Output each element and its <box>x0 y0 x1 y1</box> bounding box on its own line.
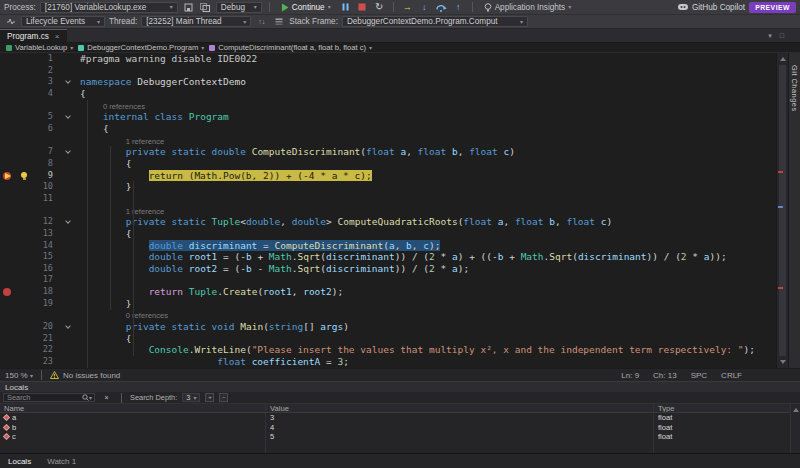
code-text[interactable]: #pragma warning disable IDE0022 <box>80 53 776 65</box>
breakpoint-margin[interactable] <box>0 111 16 123</box>
code-text[interactable]: return (Math.Pow(b, 2)) + (-4 * a * c); <box>80 170 776 182</box>
continue-button[interactable]: Continue ▾ <box>277 1 335 14</box>
breakpoint-margin[interactable] <box>0 251 16 263</box>
breakpoint-margin[interactable] <box>0 356 16 368</box>
code-text[interactable]: private static void Main(string[] args) <box>80 321 776 333</box>
clear-search-icon[interactable]: × <box>100 393 113 402</box>
code-text[interactable]: double root2 = (-b - Math.Sqrt(discrimin… <box>80 263 776 275</box>
save-all-icon[interactable] <box>199 1 212 14</box>
application-insights-button[interactable]: Application Insights ▾ <box>480 1 576 14</box>
scroll-down-icon[interactable] <box>780 360 786 364</box>
codelens-text[interactable]: 0 references <box>80 100 776 112</box>
close-tab-icon[interactable]: × <box>55 32 60 41</box>
code-text[interactable]: double discriminant = ComputeDiscriminan… <box>80 240 776 252</box>
lightbulb-icon[interactable] <box>21 172 27 178</box>
line-indicator[interactable]: Ln: 9 <box>621 371 639 380</box>
stack-frame-dropdown[interactable]: DebuggerContextDemo.Program.Comput ▾ <box>342 16 528 27</box>
code-text[interactable] <box>80 65 776 77</box>
issues-indicator[interactable]: No issues found <box>50 371 120 380</box>
expand-all-icon[interactable]: + <box>205 393 214 402</box>
tab-locals[interactable]: Locals <box>8 457 31 466</box>
previous-thread-icon[interactable]: ↑↓ <box>255 15 268 28</box>
step-into-button[interactable]: ↓ <box>418 1 431 14</box>
code-text[interactable]: { <box>80 123 776 135</box>
github-copilot-button[interactable]: GitHub Copilot <box>678 3 745 12</box>
zoom-control[interactable]: 150 % ▾ <box>5 371 33 380</box>
breadcrumb-member[interactable]: ComputeDiscriminant(float a, float b, fl… <box>209 43 372 52</box>
locals-value-cell[interactable]: 5 <box>266 432 654 442</box>
code-text[interactable]: double root1 = (-b + Math.Sqrt(discrimin… <box>80 251 776 263</box>
tab-program-cs[interactable]: Program.cs × <box>0 29 67 42</box>
breakpoint-margin[interactable] <box>0 216 16 228</box>
window-layout-icon[interactable]: □ <box>780 32 784 39</box>
breakpoint-margin[interactable] <box>0 146 16 158</box>
code-text[interactable]: { <box>80 228 776 240</box>
locals-value-cell[interactable]: 4 <box>266 423 654 433</box>
collapse-chevron-icon[interactable] <box>60 111 80 123</box>
codelens-text[interactable]: 1 reference <box>80 205 776 217</box>
breakpoint-margin[interactable] <box>0 158 16 170</box>
breakpoint-margin[interactable] <box>0 344 16 356</box>
process-dropdown[interactable]: [21760] VariableLookup.exe ▾ <box>40 2 178 13</box>
collapse-chevron-icon[interactable] <box>60 146 80 158</box>
breakpoint-margin[interactable] <box>0 333 16 345</box>
locals-name-cell[interactable]: b <box>0 423 266 433</box>
locals-row[interactable]: a3float <box>0 413 790 423</box>
locals-row[interactable]: b4float <box>0 423 790 433</box>
code-text[interactable]: { <box>80 333 776 345</box>
code-text[interactable]: internal class Program <box>80 111 776 123</box>
breakpoint-margin[interactable] <box>0 228 16 240</box>
code-text[interactable]: { <box>80 88 776 100</box>
breakpoint-margin[interactable] <box>0 298 16 310</box>
editor-vertical-scrollbar[interactable] <box>776 53 788 368</box>
scrollbar-thumb[interactable] <box>779 65 786 356</box>
codelens-references[interactable]: 1 reference <box>80 207 164 216</box>
search-input[interactable] <box>4 393 82 402</box>
column-header-type[interactable]: Type <box>654 404 790 412</box>
breakpoint-margin[interactable] <box>0 76 16 88</box>
breakpoint-margin[interactable] <box>0 123 16 135</box>
code-text[interactable]: float coefficientA = 3; <box>80 356 776 368</box>
breakpoint-icon[interactable] <box>3 288 11 296</box>
breadcrumb-project[interactable]: VariableLookup ▾ <box>6 43 73 52</box>
breakpoint-margin[interactable] <box>0 263 16 275</box>
code-text[interactable] <box>80 193 776 205</box>
code-text[interactable]: Console.WriteLine("Please insert the val… <box>80 344 776 356</box>
step-over-button[interactable] <box>435 1 448 14</box>
breakpoint-margin[interactable] <box>0 193 16 205</box>
scroll-up-icon[interactable] <box>793 408 799 412</box>
collapse-chevron-icon[interactable] <box>60 321 80 333</box>
locals-value-cell[interactable]: 3 <box>266 413 654 423</box>
breakpoint-margin[interactable] <box>0 88 16 100</box>
preview-badge[interactable]: PREVIEW <box>749 2 796 13</box>
collapse-all-icon[interactable]: − <box>219 393 228 402</box>
breakpoint-margin[interactable] <box>0 181 16 193</box>
codelens-references[interactable]: 0 references <box>80 102 145 111</box>
show-next-statement-button[interactable]: → <box>401 1 414 14</box>
tab-list-chevron-icon[interactable]: ▾ <box>768 32 772 40</box>
breakpoint-margin[interactable] <box>0 309 16 321</box>
breadcrumb-type[interactable]: DebuggerContextDemo.Program ▾ <box>78 43 204 52</box>
code-text[interactable]: return Tuple.Create(root1, root2); <box>80 286 776 298</box>
codelens-text[interactable]: 1 reference <box>80 135 776 147</box>
breakpoint-margin[interactable] <box>0 286 16 298</box>
thread-dropdown[interactable]: [23252] Main Thread ▾ <box>141 16 251 27</box>
scroll-up-icon[interactable] <box>780 57 786 61</box>
breakpoint-margin[interactable] <box>0 205 16 217</box>
breakpoint-margin[interactable] <box>0 321 16 333</box>
save-icon[interactable] <box>182 1 195 14</box>
step-out-button[interactable]: ↑ <box>452 1 465 14</box>
tab-watch-1[interactable]: Watch 1 <box>47 457 76 466</box>
line-ending-indicator[interactable]: CRLF <box>721 371 742 380</box>
code-text[interactable]: namespace DebuggerContextDemo <box>80 76 776 88</box>
locals-name-cell[interactable]: a <box>0 413 266 423</box>
code-text[interactable]: private static Tuple<double, double> Com… <box>80 216 776 228</box>
locals-search-box[interactable]: ▾ <box>3 393 95 402</box>
code-text[interactable]: } <box>80 181 776 193</box>
breakpoint-margin[interactable] <box>0 65 16 77</box>
breakpoint-margin[interactable] <box>0 240 16 252</box>
breakpoint-margin[interactable] <box>0 100 16 112</box>
column-indicator[interactable]: Ch: 13 <box>653 371 677 380</box>
stop-button[interactable] <box>356 1 369 14</box>
code-editor[interactable]: 1#pragma warning disable IDE002223namesp… <box>0 53 776 368</box>
